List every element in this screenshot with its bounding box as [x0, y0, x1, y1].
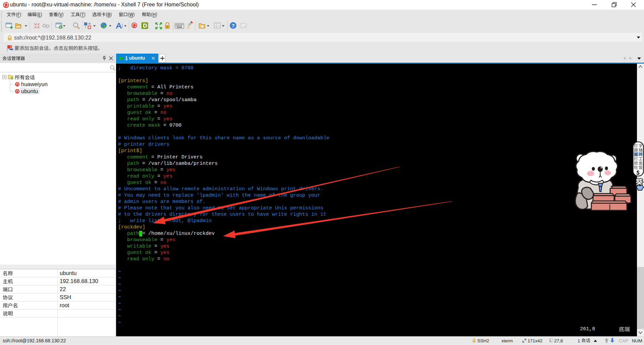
- svg-text:?: ?: [231, 23, 234, 28]
